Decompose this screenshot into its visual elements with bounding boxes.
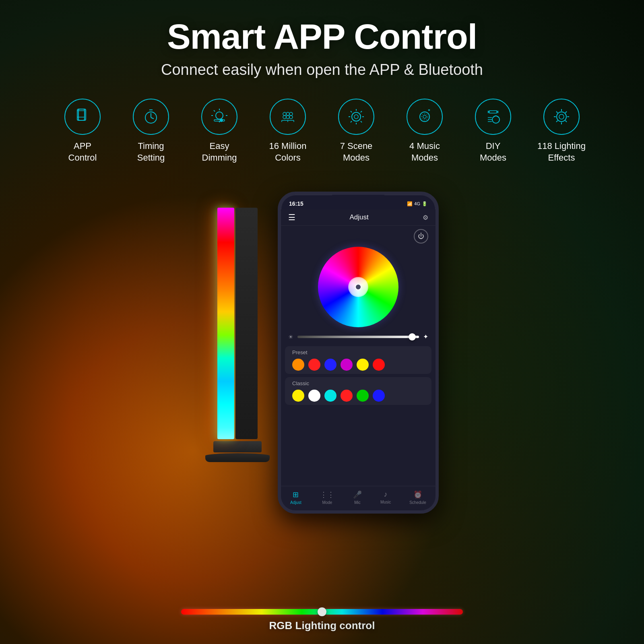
power-button-row: ⏻ <box>281 226 436 245</box>
classic-colors-row <box>292 390 424 402</box>
svg-line-35 <box>351 121 352 122</box>
feature-app-control: APPControl <box>58 99 107 163</box>
main-content: Smart APP Control Connect easily when op… <box>0 0 644 514</box>
svg-point-16 <box>283 112 286 116</box>
svg-point-52 <box>559 114 564 119</box>
timing-label: TimingSetting <box>137 140 165 163</box>
feature-music: 4 MusicModes <box>400 99 449 163</box>
page-title: Smart APP Control <box>167 16 477 57</box>
classic-color-4[interactable] <box>341 390 353 402</box>
network-icon: 📶 <box>407 201 413 206</box>
preset-color-6[interactable] <box>373 359 385 371</box>
brightness-slider[interactable] <box>297 336 419 338</box>
preset-color-4[interactable] <box>341 359 353 371</box>
led-strip <box>217 208 234 439</box>
colors-icon <box>279 107 297 126</box>
phone-time: 16:15 <box>289 200 303 207</box>
phone-screen: ☰ Adjust ⚙ ⏻ <box>281 209 436 510</box>
wheel-center <box>355 284 361 290</box>
app-control-label: APPControl <box>68 140 97 163</box>
nav-mode-label: Mode <box>322 500 332 505</box>
color-wheel-container <box>281 245 436 329</box>
scenes-icon-circle <box>338 99 374 135</box>
diy-icon-circle <box>475 99 511 135</box>
dimmer-icon <box>210 107 229 126</box>
feature-scenes: 7 SceneModes <box>332 99 380 163</box>
svg-point-51 <box>557 112 566 122</box>
nav-adjust-icon: ⊞ <box>293 490 299 499</box>
svg-point-19 <box>283 116 286 119</box>
led-foot <box>205 453 270 462</box>
phone-icon <box>73 107 92 126</box>
feature-dimming: EasyDimming <box>195 99 244 163</box>
nav-schedule-label: Schedule <box>409 500 426 505</box>
feature-lighting: 118 LightingEffects <box>537 99 586 163</box>
nav-schedule[interactable]: ⏰ Schedule <box>409 490 426 505</box>
scenes-label: 7 SceneModes <box>340 140 373 163</box>
diy-icon <box>484 107 502 126</box>
page-subtitle: Connect easily when open the APP & Bluet… <box>161 61 483 78</box>
nav-music[interactable]: ♪ Music <box>380 490 391 505</box>
led-bar-body <box>235 208 258 439</box>
brightness-thumb <box>409 333 416 341</box>
phone-container: 16:15 📶 4G 🔋 ☰ Adjust ⚙ <box>278 192 439 514</box>
dimming-icon-circle <box>201 99 237 135</box>
clock-icon <box>142 107 160 126</box>
nav-adjust[interactable]: ⊞ Adjust <box>290 490 301 505</box>
brightness-low-icon: ☀ <box>288 334 293 340</box>
status-icons: 📶 4G 🔋 <box>407 201 427 206</box>
classic-color-3[interactable] <box>324 390 336 402</box>
phone-bottom-nav: ⊞ Adjust ⋮⋮ Mode 🎤 Mic ♪ <box>281 486 436 510</box>
preset-colors-row <box>292 359 424 371</box>
music-icon-circle <box>407 99 443 135</box>
colors-label: 16 MillionColors <box>269 140 307 163</box>
svg-point-18 <box>289 112 293 116</box>
power-button[interactable]: ⏻ <box>414 229 428 244</box>
brightness-row: ☀ ✦ <box>281 329 436 345</box>
svg-line-6 <box>151 118 154 119</box>
color-wheel[interactable] <box>318 247 398 327</box>
svg-point-26 <box>352 112 361 121</box>
preset-color-2[interactable] <box>308 359 320 371</box>
classic-color-6[interactable] <box>373 390 385 402</box>
svg-point-17 <box>286 112 289 116</box>
svg-point-20 <box>286 116 289 119</box>
classic-color-2[interactable] <box>308 390 320 402</box>
preset-color-1[interactable] <box>292 359 304 371</box>
bottom-section: 16:15 📶 4G 🔋 ☰ Adjust ⚙ <box>24 192 620 514</box>
music-label: 4 MusicModes <box>409 140 440 163</box>
svg-line-59 <box>566 111 567 113</box>
nav-music-label: Music <box>380 500 391 504</box>
preset-color-5[interactable] <box>357 359 369 371</box>
svg-line-57 <box>556 111 558 113</box>
lighting-icon-circle <box>543 99 580 135</box>
diy-label: DIYModes <box>480 140 506 163</box>
svg-point-27 <box>354 115 358 119</box>
phone-mockup: 16:15 📶 4G 🔋 ☰ Adjust ⚙ <box>278 192 439 514</box>
phone-header: ☰ Adjust ⚙ <box>281 209 436 226</box>
svg-line-34 <box>361 111 362 112</box>
nav-mode[interactable]: ⋮⋮ Mode <box>320 490 334 505</box>
features-row: APPControl TimingSetting <box>24 99 620 163</box>
svg-line-32 <box>351 111 352 112</box>
colors-icon-circle <box>270 99 306 135</box>
feature-colors: 16 MillionColors <box>264 99 312 163</box>
dimming-label: EasyDimming <box>202 140 237 163</box>
preset-color-3[interactable] <box>324 359 336 371</box>
svg-line-33 <box>361 121 362 122</box>
preset-label: Preset <box>292 349 424 355</box>
settings-icon[interactable]: ⚙ <box>423 214 428 221</box>
network-type: 4G <box>414 201 420 206</box>
adjust-title: Adjust <box>349 213 368 221</box>
scene-icon <box>347 107 365 126</box>
classic-color-5[interactable] <box>357 390 369 402</box>
lighting-icon <box>552 107 571 126</box>
classic-color-1[interactable] <box>292 390 304 402</box>
feature-diy: DIYModes <box>469 99 517 163</box>
lighting-label: 118 LightingEffects <box>537 140 586 163</box>
svg-line-58 <box>566 121 567 122</box>
menu-icon[interactable]: ☰ <box>288 213 295 222</box>
feature-timing: TimingSetting <box>127 99 175 163</box>
nav-adjust-label: Adjust <box>290 500 301 505</box>
nav-mic[interactable]: 🎤 Mic <box>353 490 362 505</box>
